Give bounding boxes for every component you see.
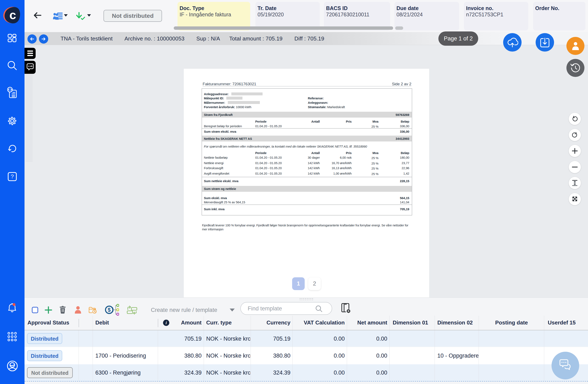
svg-text:c: c bbox=[9, 8, 16, 21]
svg-text:?: ? bbox=[11, 173, 14, 180]
svg-text:$: $ bbox=[108, 307, 111, 313]
